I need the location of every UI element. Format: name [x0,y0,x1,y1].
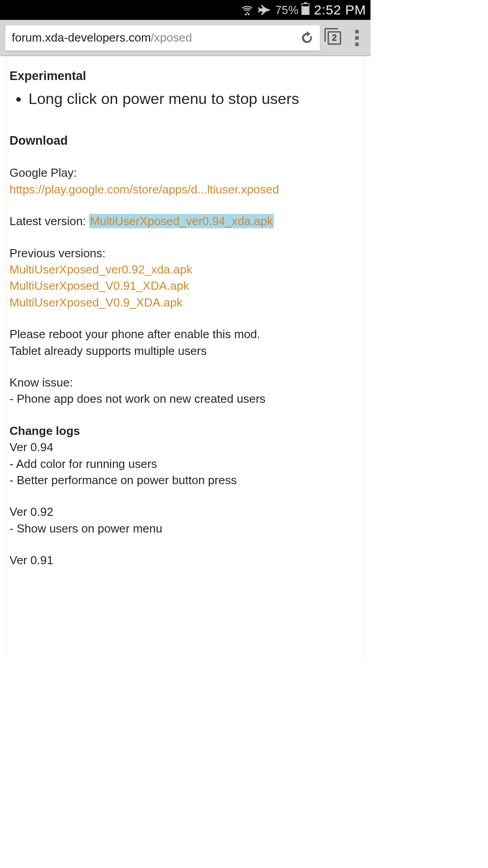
url-bar[interactable]: forum.xda-developers.com/xposed [5,25,320,51]
previous-version-link-1[interactable]: MultiUserXposed_ver0.92_xda.apk [9,263,192,276]
latest-version-line: Latest version: MultiUserXposed_ver0.94_… [9,213,359,229]
latest-version-link[interactable]: MultiUserXposed_ver0.94_xda.apk [89,214,274,228]
previous-version-link-2[interactable]: MultiUserXposed_V0.91_XDA.apk [9,279,189,292]
google-play-label: Google Play: [9,165,359,181]
previous-versions-label: Previous versions: [9,245,359,261]
reboot-note-1: Please reboot your phone after enable th… [9,326,359,342]
google-play-link[interactable]: https://play.google.com/store/apps/d...l… [9,183,279,196]
known-issue-1: - Phone app does not work on new created… [9,391,359,407]
battery-percentage: 75% [275,4,299,17]
reboot-note-2: Tablet already supports multiple users [9,343,359,359]
page-content[interactable]: Experimental Long click on power menu to… [0,56,371,660]
status-bar: 75% 2:52 PM [0,0,371,20]
clock-label: 2:52 PM [314,2,366,18]
experimental-item: Long click on power menu to stop users [28,89,359,109]
wifi-icon [241,5,253,15]
changelog-091-label: Ver 0.91 [9,552,359,568]
forum-post: Experimental Long click on power menu to… [6,56,364,660]
menu-button[interactable] [349,28,365,48]
experimental-heading: Experimental [9,68,359,85]
kebab-icon [355,30,359,46]
changelogs-heading: Change logs [9,423,359,439]
airplane-icon [258,4,271,16]
url-host: forum.xda-developers.com [12,31,151,44]
latest-label: Latest version: [9,214,89,228]
reload-icon[interactable] [300,31,314,45]
tab-count-label: 2 [332,33,337,43]
url-path: /xposed [151,31,192,44]
changelog-094-item-2: - Better performance on power button pre… [9,472,359,488]
url-text: forum.xda-developers.com/xposed [12,31,300,45]
previous-version-link-3[interactable]: MultiUserXposed_V0.9_XDA.apk [9,296,183,309]
changelog-094-label: Ver 0.94 [9,439,359,455]
changelog-092-item-1: - Show users on power menu [9,520,359,537]
tabs-button[interactable]: 2 [324,28,344,48]
known-issue-label: Know issue: [9,374,359,391]
svg-rect-2 [302,6,309,15]
changelog-092-label: Ver 0.92 [9,504,359,520]
browser-toolbar: forum.xda-developers.com/xposed 2 [0,20,371,56]
download-heading: Download [9,132,359,150]
changelog-094-item-1: - Add color for running users [9,456,359,472]
battery-icon [301,2,310,18]
